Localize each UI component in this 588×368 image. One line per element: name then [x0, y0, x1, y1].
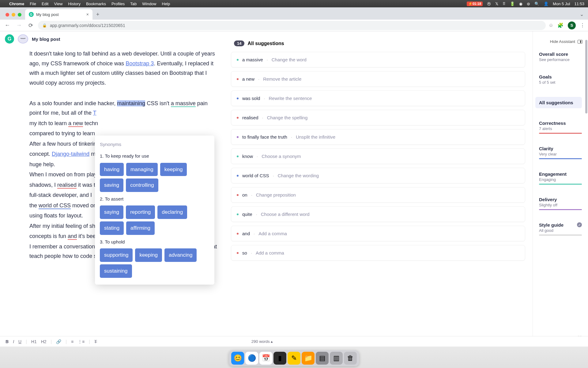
link-button[interactable]: 🔗 — [56, 339, 61, 344]
suggestion-card[interactable]: on · Change preposition — [231, 187, 525, 203]
menu-history[interactable]: History — [68, 2, 80, 6]
synonym-chip[interactable]: affirming — [126, 221, 155, 235]
suggestion-card[interactable]: was sold · Rewrite the sentence — [231, 90, 525, 106]
lock-icon[interactable]: 🔒 — [42, 23, 47, 28]
menu-bookmarks[interactable]: Bookmarks — [86, 2, 106, 6]
style-guide[interactable]: Style guide✓ All good — [539, 222, 582, 236]
synonym-chip[interactable]: keeping — [135, 248, 162, 262]
reload-button[interactable]: ⟳ — [26, 22, 35, 29]
synonym-chip[interactable]: saving — [100, 178, 123, 192]
window-close-button[interactable] — [6, 13, 9, 17]
synonym-chip[interactable]: managing — [126, 163, 158, 176]
spotlight-icon[interactable]: 🔍 — [534, 2, 539, 6]
suggestion-card[interactable]: to finally face the truth · Unsplit the … — [231, 129, 525, 145]
menubar-app[interactable]: Chrome — [9, 2, 24, 6]
overall-score[interactable]: Overall score See performance — [539, 52, 582, 62]
clear-formatting-button[interactable]: T̶ — [94, 339, 97, 344]
menubar-date[interactable]: Mon 5 Jul — [553, 2, 570, 6]
window-minimize-button[interactable] — [12, 13, 15, 17]
forward-button[interactable]: → — [15, 22, 23, 29]
engagement[interactable]: Engagement Engaging — [539, 171, 582, 185]
bookmark-star-icon[interactable]: ☆ — [549, 22, 553, 28]
menu-help[interactable]: Help — [162, 2, 170, 6]
battery-status[interactable]: ⚡01:18 — [467, 2, 483, 6]
user-icon[interactable]: 👤 — [544, 2, 548, 6]
status-icon[interactable]: 𝕏 — [495, 2, 498, 6]
dock-trash[interactable]: 🗑 — [344, 352, 357, 365]
profile-avatar[interactable]: S — [568, 21, 576, 29]
menu-edit[interactable]: Edit — [42, 2, 48, 6]
status-icon[interactable]: ⠿ — [503, 2, 506, 6]
synonym-chip[interactable]: saying — [100, 205, 123, 219]
dock-calendar[interactable]: 📅 — [259, 352, 272, 365]
suggestion-card[interactable]: a massive · Change the word — [231, 52, 525, 67]
dock-app[interactable]: 📁 — [302, 352, 315, 365]
link-bootstrap[interactable]: Bootstrap 3 — [126, 60, 154, 67]
battery-icon[interactable]: 🔋 — [510, 2, 515, 6]
grammarly-logo[interactable]: G — [5, 34, 14, 44]
menu-window[interactable]: Window — [142, 2, 156, 6]
italic-button[interactable]: I — [13, 339, 14, 344]
back-button[interactable]: ← — [3, 22, 12, 29]
h2-button[interactable]: H2 — [41, 339, 47, 344]
menubar-time[interactable]: 11:53 — [574, 2, 584, 6]
highlighted-word[interactable]: maintaining — [117, 100, 145, 106]
synonym-chip[interactable]: stating — [100, 221, 124, 235]
link-django-tailwind[interactable]: Django-tailwind — [52, 151, 89, 157]
extensions-icon[interactable]: 🧩 — [557, 22, 564, 28]
browser-tab[interactable]: G My blog post × — [25, 9, 92, 20]
status-icon[interactable]: ⦿ — [487, 2, 491, 6]
synonym-chip[interactable]: supporting — [100, 248, 133, 262]
help-icon[interactable]: ? — [6, 339, 9, 344]
synonym-chip[interactable]: declaring — [157, 205, 187, 219]
synonym-chip[interactable]: advancing — [164, 248, 197, 262]
dock-chrome[interactable]: 🔵 — [245, 352, 258, 365]
menu-tab[interactable]: Tab — [130, 2, 137, 6]
suggestion-snippet: know — [242, 154, 253, 159]
suggestion-card[interactable]: realised · Change the spelling — [231, 110, 525, 125]
suggestion-card[interactable]: so · Add a comma — [231, 245, 525, 261]
synonym-chip[interactable]: controlling — [126, 178, 158, 192]
suggestion-card[interactable]: world of CSS · Change the wording — [231, 168, 525, 183]
window-zoom-button[interactable] — [18, 13, 21, 17]
goals[interactable]: Goals 5 of 5 set — [539, 74, 582, 85]
paragraph[interactable]: It doesn't take long to fall behind as a… — [29, 49, 217, 88]
mode-switch[interactable]: 〰 — [18, 34, 28, 44]
tab-close-icon[interactable]: × — [86, 12, 89, 17]
chrome-menu-icon[interactable]: ⋮ — [580, 22, 585, 28]
bulleted-list-button[interactable]: ⋮≡ — [78, 339, 85, 344]
menu-view[interactable]: View — [54, 2, 62, 6]
dock-area: 😊 🔵 📅 ▮ ✎ 📁 ▤ ▥ 🗑 — [0, 347, 588, 368]
numbered-list-button[interactable]: ≡ — [71, 339, 74, 344]
correctness[interactable]: Correctness 7 alerts — [539, 121, 582, 134]
all-suggestions-filter[interactable]: All suggestions — [535, 97, 582, 108]
wifi-icon[interactable]: ◉ — [519, 2, 522, 6]
h1-button[interactable]: H1 — [31, 339, 37, 344]
editor[interactable]: It doesn't take long to fall behind as a… — [0, 31, 227, 347]
tab-overflow-icon[interactable]: ⌄ — [575, 11, 588, 20]
synonym-chip[interactable]: reporting — [126, 205, 155, 219]
suggestion-card[interactable]: and · Add a comma — [231, 226, 525, 241]
dock-app[interactable]: ▥ — [330, 352, 343, 365]
synonym-chip[interactable]: having — [100, 163, 124, 176]
suggestion-card[interactable]: a new · Remove the article — [231, 71, 525, 87]
dock-terminal[interactable]: ▮ — [273, 352, 286, 365]
suggestion-card[interactable]: quite · Choose a different word — [231, 206, 525, 222]
address-bar[interactable]: 🔒 app.grammarly.com/ddocs/1215020651 — [38, 21, 546, 30]
document-title[interactable]: My blog post — [32, 36, 60, 42]
menu-profiles[interactable]: Profiles — [111, 2, 125, 6]
menu-file[interactable]: File — [30, 2, 36, 6]
new-tab-button[interactable]: + — [92, 11, 103, 20]
paragraph[interactable]: As a solo founder and indie hacker, main… — [29, 99, 217, 118]
word-count[interactable]: 290 words ▴ — [251, 339, 273, 344]
suggestion-card[interactable]: know · Choose a synonym — [231, 148, 525, 164]
underline-button[interactable]: U — [18, 339, 21, 344]
delivery[interactable]: Delivery Slightly off — [539, 197, 582, 210]
dock-notes[interactable]: ✎ — [288, 352, 300, 365]
control-center-icon[interactable]: ⊚ — [527, 2, 530, 6]
dock-finder[interactable]: 😊 — [231, 352, 244, 365]
synonym-chip[interactable]: keeping — [160, 163, 187, 176]
dock-app[interactable]: ▤ — [316, 352, 329, 365]
synonym-chip[interactable]: sustaining — [100, 264, 132, 278]
clarity[interactable]: Clarity Very clear — [539, 146, 582, 159]
